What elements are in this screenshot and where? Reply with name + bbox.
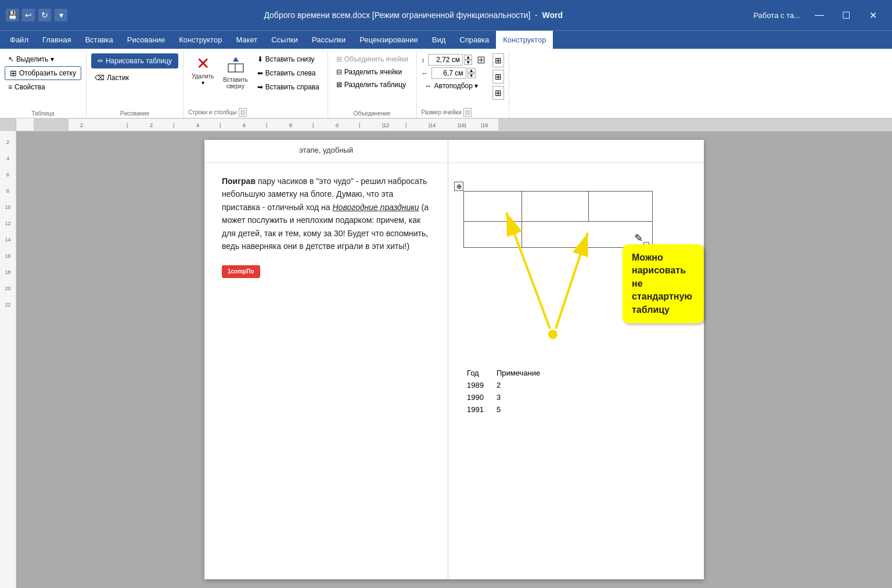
properties-button[interactable]: ≡ Свойства [5,81,81,93]
cursor-icon: ↖ [8,55,14,63]
insert-above-label: Вставитьсверху [223,77,247,89]
drawn-table[interactable] [463,191,653,248]
autofit-icon: ↔ [425,82,432,90]
data-table-row-1: 1989 2 [467,380,552,391]
delete-arrow: ▾ [202,80,204,86]
height-input[interactable] [428,54,463,66]
note-5: 5 [497,404,552,415]
width-down[interactable]: ▼ [467,73,476,78]
split-icon: ⊟ [336,68,342,76]
table-cell[interactable] [522,222,653,248]
menu-bar: ФайлГлавнаяВставкаРисованиеКонструкторМа… [0,30,892,49]
width-up[interactable]: ▲ [467,68,476,73]
bold-text: Поиграв [222,176,256,186]
redo-icon[interactable]: ↻ [38,9,51,21]
table-cell[interactable] [522,192,589,222]
size-btn-2[interactable]: ⊞ [492,70,504,84]
data-table: Год Примечание 1989 2 1990 3 [466,366,553,416]
page-right-column[interactable]: ⊕ ✏ [448,163,704,579]
size-extra-col: ⊞ ⊞ ⊞ [492,53,504,100]
close-button[interactable]: ✕ [859,6,886,24]
delete-icon: ✕ [196,56,210,72]
dropdown-icon[interactable]: ▾ [55,9,67,21]
height-spin[interactable]: ▲ ▼ [464,55,472,65]
size-btn-1[interactable]: ⊞ [492,53,504,67]
data-table-row-3: 1991 5 [467,404,552,415]
delete-button[interactable]: ✕ Удалить ▾ [188,53,217,88]
maximize-button[interactable]: ☐ [833,6,859,24]
minimize-button[interactable]: — [806,6,833,24]
ribbon-group-draw-label: Рисование [91,109,178,117]
title-icons: 💾 ↩ ↻ ▾ [6,9,67,21]
main-area: 2 4 6 8 10 12 14 16 18 20 22 этапе, удоб… [0,131,892,588]
menu-item-file[interactable]: Файл [3,31,35,49]
cell-size-expand-icon[interactable]: ⊡ [463,108,472,117]
col-year-header: Год [467,367,495,378]
width-input[interactable] [431,67,466,79]
title-bar: 💾 ↩ ↻ ▾ Доброго времени всем.docx [Режим… [0,0,892,30]
split-table-button[interactable]: ⊠ Разделить таблицу [333,79,412,91]
contextual-tab-label: Работа с та... [754,11,801,20]
insert-right-button[interactable]: ➡ Вставить справа [254,81,323,93]
svg-rect-3 [34,118,69,131]
menu-item-layout[interactable]: Макет [229,31,264,49]
col-note-header: Примечание [497,367,552,378]
svg-text:2: 2 [150,122,153,128]
page-left-column[interactable]: Поиграв пару часиков в "это чудо" - реши… [204,163,448,579]
table-cell[interactable] [464,222,522,248]
table-cell[interactable] [589,192,653,222]
split-cells-button[interactable]: ⊟ Разделить ячейки [333,66,412,78]
ribbon-group-draw-content: ✏ Нарисовать таблицу ⌫ Ластик [91,53,178,109]
svg-text:|: | [220,122,221,128]
note-2: 2 [497,380,552,391]
table-col: ↖ Выделить ▾ ⊞ Отобразить сетку ≡ Свойст… [5,53,81,93]
pencil-table-icon: ✏ [98,57,103,65]
ruler: 2 | 2 | 4 | 6 | 8 | 0 | |12 | |14 |16| |… [0,118,892,131]
menu-item-view[interactable]: Вид [425,31,453,49]
menu-item-draw[interactable]: Рисование [120,31,172,49]
width-spin[interactable]: ▲ ▼ [467,68,476,78]
menu-item-mailings[interactable]: Рассылки [305,31,353,49]
svg-point-27 [548,330,558,339]
undo-icon[interactable]: ↩ [22,9,35,21]
table-move-handle[interactable]: ⊕ [454,182,463,191]
menu-item-help[interactable]: Справка [452,31,496,49]
rows-expand-icon[interactable]: ⊡ [239,108,247,117]
ruler-content: 2 | 2 | 4 | 6 | 8 | 0 | |12 | |14 |16| |… [34,118,892,131]
document-area[interactable]: этапе, удобный Поиграв пару часиков в "э… [16,131,892,588]
select-button[interactable]: ↖ Выделить ▾ [5,53,81,65]
svg-text:4: 4 [196,122,199,128]
svg-text:|: | [266,122,267,128]
ribbon-group-cell-size: ↕ ▲ ▼ ⊞ ↔ ▲ ▼ ↔ [417,51,510,118]
autofit-button[interactable]: ↔ Автоподбор ▾ [422,80,486,92]
menu-item-design[interactable]: Конструктор [172,31,229,49]
menu-item-home[interactable]: Главная [35,31,78,49]
note-3: 3 [497,392,552,403]
insert-above-button[interactable]: Вставитьсверху [220,53,251,92]
draw-table-button[interactable]: ✏ Нарисовать таблицу [91,53,178,68]
save-icon[interactable]: 💾 [6,9,19,21]
link-text[interactable]: Новогодние праздники [332,203,419,212]
props-icon: ≡ [8,83,12,91]
show-grid-button[interactable]: ⊞ Отобразить сетку [5,66,81,80]
svg-text:|: | [312,122,314,128]
menu-item-constructor[interactable]: Конструктор [496,31,553,49]
height-up[interactable]: ▲ [464,55,472,60]
document-title: Доброго времени всем.docx [Режим огранич… [73,10,754,20]
insert-left-button[interactable]: ⬅ Вставить слева [254,67,323,79]
insert-below-button[interactable]: ⬇ Вставить снизу [254,53,323,65]
insert-col: ⬇ Вставить снизу ⬅ Вставить слева ➡ Вста… [254,53,323,93]
height-down[interactable]: ▼ [464,60,472,65]
year-1989: 1989 [467,380,495,391]
menu-item-review[interactable]: Рецензирование [353,31,425,49]
menu-item-references[interactable]: Ссылки [264,31,305,49]
body-paragraph: Поиграв пару часиков в "это чудо" - реши… [222,175,430,252]
size-btn-3[interactable]: ⊞ [492,86,504,100]
eraser-button[interactable]: ⌫ Ластик [91,72,178,84]
table-cell[interactable] [464,192,522,222]
width-label: ↔ [422,70,428,77]
vertical-ruler: 2 4 6 8 10 12 14 16 18 20 22 [0,131,16,588]
ribbon-group-rows-label: Строки и столбцы ⊡ [188,107,323,117]
merge-cells-button[interactable]: ⊞ Объединить ячейки [333,53,412,65]
menu-item-insert[interactable]: Вставка [78,31,120,49]
